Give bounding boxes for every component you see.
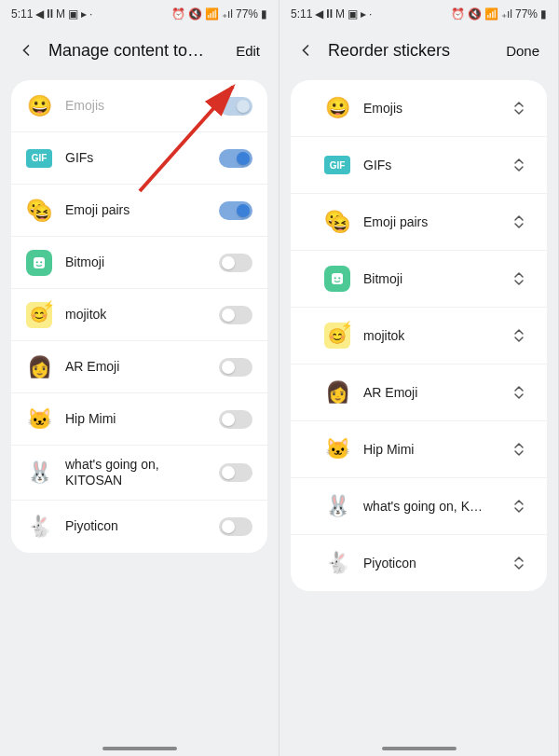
chat-icon: ▣	[348, 7, 358, 21]
youtube-icon: ▸	[361, 7, 366, 21]
piyoticon-icon: 🐇	[324, 550, 350, 576]
wifi-icon: 📶	[205, 7, 219, 21]
reorder-handle-icon[interactable]	[510, 440, 528, 459]
youtube-icon: ▸	[81, 7, 87, 21]
chevron-left-icon	[17, 41, 35, 60]
row-label: Piyoticon	[65, 518, 206, 534]
mute-icon: 🔇	[188, 7, 202, 21]
signal-icon: ₊ıl	[501, 7, 512, 21]
row-label: Emojis	[65, 98, 206, 114]
row-label: AR Emoji	[65, 359, 206, 375]
row-piyoticon[interactable]: 🐇 Piyoticon	[291, 535, 547, 591]
row-kitosan[interactable]: 🐰 what's going on, K…	[291, 478, 547, 535]
mute-icon: 🔇	[468, 7, 482, 21]
svg-point-7	[338, 277, 340, 279]
kitosan-icon: 🐰	[26, 460, 52, 486]
ar-emoji-icon: 👩	[26, 354, 52, 380]
svg-rect-0	[34, 257, 45, 268]
row-emojis[interactable]: 😀 Emojis	[291, 80, 547, 137]
row-gifs[interactable]: GIF GIFs	[291, 137, 547, 194]
chat-icon: ▣	[68, 7, 78, 21]
screen-reorder-stickers: 5:11 ◀ II M ▣ ▸ · ⏰ 🔇 📶 ₊ıl 77% ▮ Reorde…	[280, 0, 559, 756]
toggle-kitosan[interactable]	[219, 463, 252, 482]
svg-point-2	[40, 261, 42, 263]
wifi-icon: 📶	[484, 7, 498, 21]
back-button[interactable]	[15, 39, 37, 62]
row-bitmoji: Bitmoji	[11, 237, 267, 289]
toggle-emojis[interactable]	[219, 97, 252, 116]
gmail-icon: M	[56, 7, 65, 21]
row-ar-emoji: 👩 AR Emoji	[11, 341, 267, 393]
toggle-mojitok[interactable]	[219, 306, 252, 324]
edit-button[interactable]: Edit	[232, 43, 264, 59]
signal-icon: ₊ıl	[222, 7, 233, 21]
status-bar: 5:11 ◀ II M ▣ ▸ · ⏰ 🔇 📶 ₊ıl 77% ▮	[0, 0, 279, 24]
row-gifs: GIF GIFs	[11, 132, 267, 185]
gmail-icon: M	[335, 7, 345, 21]
alarm-icon: ⏰	[171, 7, 185, 21]
toggle-gifs[interactable]	[219, 149, 252, 168]
reorder-handle-icon[interactable]	[510, 156, 528, 174]
nav-handle[interactable]	[382, 747, 457, 750]
row-emoji-pairs: 😀😆 Emoji pairs	[11, 185, 267, 237]
alarm-icon: ⏰	[451, 7, 465, 21]
status-time: 5:11	[291, 7, 312, 21]
toggle-bitmoji[interactable]	[219, 254, 252, 272]
ar-emoji-icon: 👩	[324, 379, 350, 405]
toggle-emoji-pairs[interactable]	[219, 201, 252, 220]
reorder-handle-icon[interactable]	[510, 554, 528, 572]
row-label: what's going on, KITOSAN	[65, 457, 206, 488]
bitmoji-icon	[324, 266, 350, 292]
row-label: Emojis	[363, 101, 497, 117]
header: Manage content to… Edit	[0, 24, 279, 80]
hip-mimi-icon: 🐱	[26, 406, 52, 433]
reorder-handle-icon[interactable]	[510, 326, 528, 345]
row-emoji-pairs[interactable]: 😀😆 Emoji pairs	[291, 194, 547, 251]
row-hip-mimi: 🐱 Hip Mimi	[11, 393, 267, 446]
row-label: Bitmoji	[65, 254, 206, 270]
emoji-icon: 😀	[26, 93, 52, 119]
reorder-handle-icon[interactable]	[510, 269, 528, 288]
row-label: GIFs	[65, 150, 206, 166]
row-label: Piyoticon	[363, 556, 497, 571]
toggle-piyoticon[interactable]	[219, 517, 252, 536]
emoji-pairs-icon: 😀😆	[324, 209, 350, 235]
row-label: mojitok	[65, 307, 206, 323]
reorder-list: 😀 Emojis GIF GIFs 😀😆 Emoji pairs Bitmoji…	[291, 80, 547, 591]
battery-icon: ▮	[261, 7, 267, 21]
back-button[interactable]	[294, 39, 317, 62]
row-ar-emoji[interactable]: 👩 AR Emoji	[291, 364, 547, 421]
row-label: GIFs	[363, 158, 497, 173]
row-hip-mimi[interactable]: 🐱 Hip Mimi	[291, 421, 547, 478]
hip-mimi-icon: 🐱	[324, 436, 350, 462]
row-label: what's going on, K…	[363, 499, 497, 515]
battery-pct: 77%	[236, 7, 258, 21]
row-label: Hip Mimi	[363, 442, 497, 458]
svg-point-1	[36, 261, 38, 263]
telegram-icon: ◀	[35, 7, 44, 21]
toggle-hip-mimi[interactable]	[219, 410, 252, 429]
gif-icon: GIF	[26, 145, 52, 172]
nav-handle[interactable]	[102, 747, 177, 750]
row-label: Emoji pairs	[65, 202, 206, 218]
kitosan-icon: 🐰	[324, 493, 350, 519]
row-mojitok[interactable]: 😊 mojitok	[291, 308, 547, 364]
emoji-pairs-icon: 😀😆	[26, 198, 52, 224]
row-label: AR Emoji	[363, 385, 497, 401]
reorder-handle-icon[interactable]	[510, 213, 528, 231]
row-label: Emoji pairs	[363, 214, 497, 230]
mojitok-icon: 😊	[324, 323, 350, 349]
reorder-handle-icon[interactable]	[510, 497, 528, 515]
svg-point-6	[334, 277, 336, 279]
reorder-handle-icon[interactable]	[510, 99, 528, 117]
piyoticon-icon: 🐇	[26, 514, 52, 540]
row-piyoticon: 🐇 Piyoticon	[11, 501, 267, 553]
battery-pct: 77%	[515, 7, 538, 21]
chevron-left-icon	[296, 41, 315, 60]
row-bitmoji[interactable]: Bitmoji	[291, 251, 547, 308]
done-button[interactable]: Done	[502, 43, 543, 59]
telegram-icon: ◀	[315, 7, 323, 21]
toggle-ar-emoji[interactable]	[219, 358, 252, 377]
reorder-handle-icon[interactable]	[510, 383, 528, 402]
row-label: Hip Mimi	[65, 411, 206, 427]
